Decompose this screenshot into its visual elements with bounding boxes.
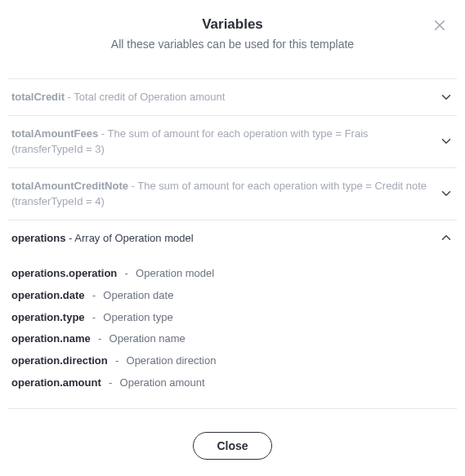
child-variable: operation.direction - Operation directio… — [11, 353, 454, 370]
accordion-header[interactable]: totalAmountCreditNote - The sum of amoun… — [8, 168, 457, 220]
child-desc: Operation model — [136, 267, 214, 279]
chevron-down-icon — [439, 90, 454, 105]
variable-desc: Total credit of Operation amount — [74, 91, 225, 103]
child-variable: operation.date - Operation date — [11, 287, 454, 305]
variable-totalAmountFees: totalAmountFees - The sum of amount for … — [8, 116, 457, 168]
variable-sep: - — [110, 354, 125, 367]
accordion-content: operations.operation - Operation model o… — [8, 256, 457, 408]
variable-sep: - — [65, 91, 74, 103]
variable-sep: - — [92, 332, 108, 345]
child-variable: operations.operation - Operation model — [11, 265, 454, 282]
modal-title: Variables — [16, 16, 449, 33]
variable-sep: - — [118, 267, 134, 279]
child-name: operation.direction — [11, 354, 108, 367]
variable-text: operations - Array of Operation model — [11, 230, 431, 247]
modal-header: Variables All these variables can be use… — [0, 0, 465, 57]
child-desc: Operation amount — [120, 376, 205, 389]
chevron-down-icon — [439, 186, 454, 201]
child-variable: operation.amount - Operation amount — [11, 375, 454, 392]
variable-sep: - — [65, 232, 74, 244]
variable-firstBalance: firstBalance - Array of variable — [8, 409, 457, 420]
variable-desc: Array of Operation model — [74, 232, 193, 244]
child-name: operation.date — [11, 289, 85, 301]
accordion-header[interactable]: operations - Array of Operation model — [8, 220, 457, 256]
variable-text: totalAmountCreditNote - The sum of amoun… — [11, 178, 431, 210]
variable-totalAmountCreditNote: totalAmountCreditNote - The sum of amoun… — [8, 168, 457, 220]
modal-footer: Close — [0, 420, 465, 476]
modal-subtitle: All these variables can be used for this… — [16, 38, 449, 51]
variables-modal: Variables All these variables can be use… — [0, 0, 465, 476]
child-name: operation.amount — [11, 376, 101, 389]
chevron-down-icon — [439, 134, 454, 149]
child-desc: Operation date — [103, 289, 173, 301]
child-desc: Operation type — [103, 311, 172, 323]
variable-name: totalAmountFees — [11, 127, 98, 140]
variable-sep: - — [103, 376, 118, 389]
variable-name: totalCredit — [11, 91, 65, 103]
child-desc: Operation name — [110, 332, 186, 345]
child-name: operation.type — [11, 311, 85, 323]
child-name: operations.operation — [11, 267, 117, 279]
accordion-header[interactable]: totalCredit - Total credit of Operation … — [8, 79, 457, 115]
variable-name: totalAmountCreditNote — [11, 180, 128, 192]
accordion-header[interactable]: totalAmountFees - The sum of amount for … — [8, 116, 457, 167]
modal-content: totalCredit - Total credit of Operation … — [0, 57, 465, 420]
variable-name: operations — [11, 232, 65, 244]
child-variable: operation.type - Operation type — [11, 309, 454, 327]
child-desc: Operation direction — [127, 354, 217, 367]
variable-sep: - — [87, 311, 102, 323]
variable-operations: operations - Array of Operation model op… — [8, 220, 457, 409]
variable-totalCredit: totalCredit - Total credit of Operation … — [8, 79, 457, 116]
close-icon[interactable] — [432, 18, 447, 33]
close-button[interactable]: Close — [193, 432, 271, 460]
variable-sep: - — [128, 180, 137, 192]
variable-text: totalAmountFees - The sum of amount for … — [11, 126, 431, 158]
variable-sep: - — [98, 127, 107, 140]
variable-text: totalCredit - Total credit of Operation … — [11, 89, 431, 105]
child-variable: operation.name - Operation name — [11, 331, 454, 348]
chevron-up-icon — [439, 230, 454, 245]
variable-sep: - — [87, 289, 102, 301]
accordion-header[interactable]: firstBalance - Array of variable — [8, 409, 457, 420]
child-name: operation.name — [11, 332, 91, 345]
